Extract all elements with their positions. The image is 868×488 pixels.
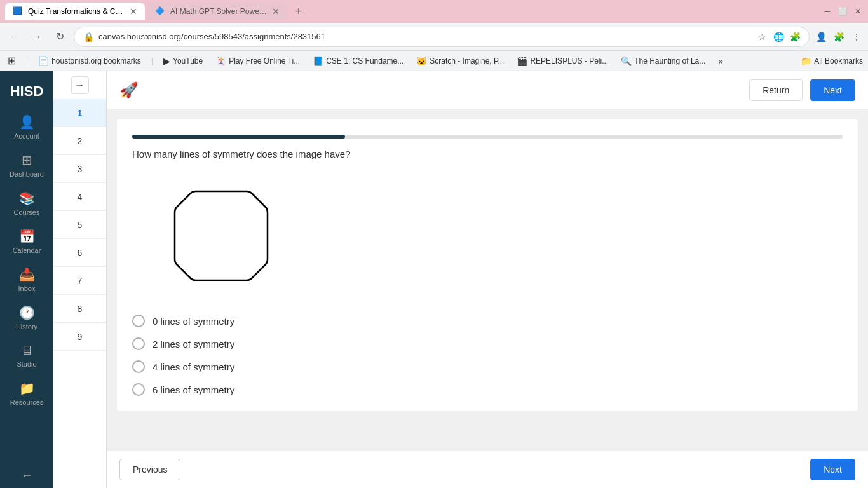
option-2-lines[interactable]: 2 lines of symmetry <box>132 337 843 350</box>
folder-icon: 📁 <box>801 56 811 66</box>
bookmark-icon-play: 🃏 <box>215 56 226 66</box>
bookmark-haunting[interactable]: 🔍 The Haunting of La... <box>618 55 708 67</box>
previous-button[interactable]: Previous <box>119 459 180 480</box>
nav-bar: ← → ↻ 🔒 canvas.houstonisd.org/courses/59… <box>0 23 868 51</box>
browser-chrome: 🟦 Quiz Transformations & Congr... ✕ 🔷 AI… <box>0 0 868 71</box>
tab-1-icon: 🟦 <box>13 6 23 17</box>
address-icons: ☆ 🌐 🧩 <box>756 30 801 43</box>
option-0-lines[interactable]: 0 lines of symmetry <box>132 315 843 327</box>
title-bar: 🟦 Quiz Transformations & Congr... ✕ 🔷 AI… <box>0 0 868 23</box>
page-nav-arrow[interactable]: → <box>71 76 89 94</box>
sidebar-item-courses[interactable]: 📚 Courses <box>1 186 52 221</box>
all-bookmarks-button[interactable]: 📁 All Bookmarks <box>801 56 863 66</box>
page-item-7[interactable]: 7 <box>53 267 106 295</box>
sidebar-label-inbox: Inbox <box>18 285 36 292</box>
sidebar-item-dashboard[interactable]: ⊞ Dashboard <box>1 147 52 183</box>
radio-0-lines[interactable] <box>132 315 145 327</box>
address-bar[interactable]: 🔒 canvas.houstonisd.org/courses/598543/a… <box>74 27 810 47</box>
bookmark-label-haunting: The Haunting of La... <box>634 57 705 65</box>
new-tab-button[interactable]: + <box>290 3 308 20</box>
bookmark-label-play: Play Free Online Ti... <box>229 57 300 65</box>
reload-button[interactable]: ↻ <box>51 28 69 46</box>
bookmarks-bar: ⊞ | 📄 houstonisd.org bookmarks | ▶ YouTu… <box>0 51 868 71</box>
option-6-lines[interactable]: 6 lines of symmetry <box>132 383 843 396</box>
maximize-button[interactable]: ⬜ <box>837 6 848 17</box>
tab-1[interactable]: 🟦 Quiz Transformations & Congr... ✕ <box>5 3 145 20</box>
sidebar-item-history[interactable]: 🕐 History <box>1 300 52 336</box>
extensions-btn[interactable]: 🧩 <box>832 30 845 43</box>
hisd-sidebar: HISD 👤 Account ⊞ Dashboard 📚 Courses 📅 C… <box>0 71 53 488</box>
next-button[interactable]: Next <box>810 459 855 480</box>
star-icon[interactable]: ☆ <box>756 30 768 43</box>
menu-btn[interactable]: ⋮ <box>850 30 863 43</box>
tab-2[interactable]: 🔷 AI Math GPT Solver Powered b... ✕ <box>147 3 287 20</box>
bookmark-icon-youtube: ▶ <box>163 56 170 66</box>
bookmark-repelis[interactable]: 🎬 REPELISPLUS - Peli... <box>514 55 611 67</box>
option-4-lines[interactable]: 4 lines of symmetry <box>132 360 843 373</box>
progress-bar <box>132 135 345 139</box>
page-item-2[interactable]: 2 <box>53 127 106 155</box>
main-layout: HISD 👤 Account ⊞ Dashboard 📚 Courses 📅 C… <box>0 71 868 488</box>
bookmark-cse[interactable]: 📘 CSE 1: CS Fundame... <box>310 55 406 67</box>
close-button[interactable]: ✕ <box>853 6 863 17</box>
option-0-lines-label: 0 lines of symmetry <box>153 316 234 327</box>
hisd-logo[interactable]: HISD <box>0 76 53 107</box>
tab-1-title: Quiz Transformations & Congr... <box>28 7 125 16</box>
bookmark-grid[interactable]: ⊞ <box>5 53 18 68</box>
quiz-area: 🚀 Return Next How many lines of symmetry… <box>107 71 868 488</box>
radio-4-lines[interactable] <box>132 360 145 373</box>
all-bookmarks-label: All Bookmarks <box>814 57 863 65</box>
radio-6-lines[interactable] <box>132 383 145 396</box>
forward-button[interactable]: → <box>28 28 46 46</box>
lock-icon: 🔒 <box>82 30 95 43</box>
page-item-8[interactable]: 8 <box>53 295 106 323</box>
sidebar-item-resources[interactable]: 📁 Resources <box>1 376 52 411</box>
inbox-icon: 📥 <box>19 267 35 282</box>
sidebar-label-history: History <box>16 323 37 330</box>
radio-2-lines[interactable] <box>132 337 145 350</box>
calendar-icon: 📅 <box>19 229 35 244</box>
translate-icon[interactable]: 🌐 <box>772 30 785 43</box>
tab-1-close[interactable]: ✕ <box>130 6 137 17</box>
grid-icon: ⊞ <box>8 55 16 67</box>
sidebar-item-calendar[interactable]: 📅 Calendar <box>1 224 52 259</box>
page-item-1[interactable]: 1 <box>53 99 106 127</box>
extension-icon[interactable]: 🧩 <box>789 30 801 43</box>
back-button[interactable]: ← <box>5 28 23 46</box>
sidebar-item-studio[interactable]: 🖥 Studio <box>1 338 52 373</box>
sidebar-label-account: Account <box>14 132 39 140</box>
bookmark-icon-scratch: 🐱 <box>416 56 427 66</box>
bookmark-scratch[interactable]: 🐱 Scratch - Imagine, P... <box>414 55 506 67</box>
resources-icon: 📁 <box>19 381 35 396</box>
header-left: 🚀 <box>119 81 139 99</box>
bookmark-label-houstonisd: houstonisd.org bookmarks <box>51 57 141 65</box>
tab-2-close[interactable]: ✕ <box>272 6 280 17</box>
header-right: Return Next <box>749 79 855 101</box>
history-icon: 🕐 <box>19 305 35 320</box>
shape-container <box>132 172 843 299</box>
sidebar-item-inbox[interactable]: 📥 Inbox <box>1 262 52 297</box>
header-next-button[interactable]: Next <box>810 79 855 101</box>
bookmark-play[interactable]: 🃏 Play Free Online Ti... <box>213 55 302 67</box>
page-item-3[interactable]: 3 <box>53 155 106 183</box>
bookmark-icon-repelis: 🎬 <box>517 56 527 66</box>
page-item-9[interactable]: 9 <box>53 323 106 351</box>
return-button[interactable]: Return <box>749 79 803 101</box>
collapse-sidebar-button[interactable]: ← <box>1 463 52 488</box>
progress-bar-container <box>132 135 843 139</box>
profile-icon[interactable]: 👤 <box>815 30 827 43</box>
page-sidebar: → 1 2 3 4 5 6 7 8 9 <box>53 71 107 488</box>
page-item-4[interactable]: 4 <box>53 183 106 211</box>
bookmark-houstonisd[interactable]: 📄 houstonisd.org bookmarks <box>36 55 144 67</box>
minimize-button[interactable]: ─ <box>822 6 832 17</box>
tab-2-title: AI Math GPT Solver Powered b... <box>170 7 267 16</box>
page-item-6[interactable]: 6 <box>53 239 106 267</box>
more-bookmarks-button[interactable]: » <box>718 56 723 66</box>
page-item-5[interactable]: 5 <box>53 211 106 239</box>
bookmark-label-youtube: YouTube <box>173 57 203 65</box>
sidebar-item-account[interactable]: 👤 Account <box>1 109 52 145</box>
bookmark-youtube[interactable]: ▶ YouTube <box>161 55 205 67</box>
question-text: How many lines of symmetry does the imag… <box>132 149 843 159</box>
bookmark-icon-haunting: 🔍 <box>621 56 632 66</box>
quiz-header: 🚀 Return Next <box>107 71 868 109</box>
